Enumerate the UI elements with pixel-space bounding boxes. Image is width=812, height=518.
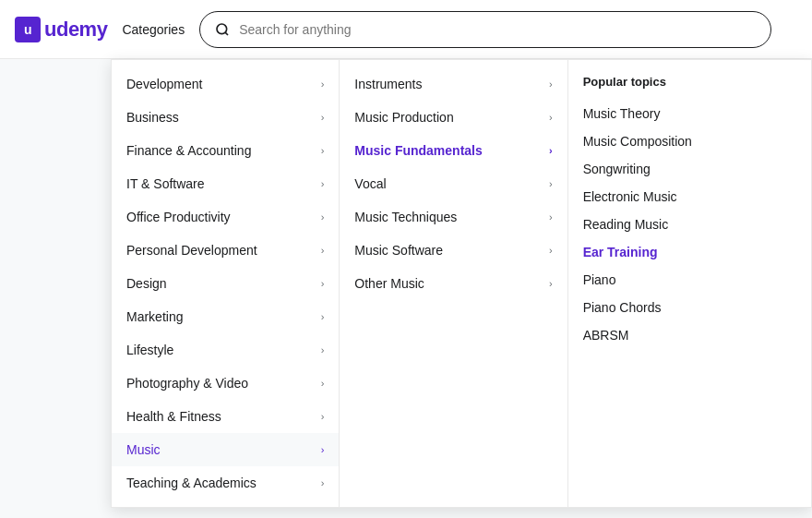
chevron-right-icon: ›	[321, 112, 325, 123]
subcategory-label: Music Production	[354, 110, 453, 125]
logo-icon: u	[15, 17, 41, 42]
category-label: Marketing	[126, 309, 183, 324]
categories-column: Development › Business › Finance & Accou…	[112, 60, 340, 507]
svg-point-0	[217, 24, 227, 34]
subcategory-item-music-production[interactable]: Music Production ›	[340, 101, 567, 134]
category-label: Lifestyle	[126, 343, 173, 357]
search-input[interactable]	[239, 22, 756, 37]
category-item-it-software[interactable]: IT & Software ›	[112, 167, 339, 200]
subcategory-label: Instruments	[354, 77, 422, 91]
category-label: Finance & Accounting	[126, 143, 251, 158]
topic-item-reading-music[interactable]: Reading Music	[583, 211, 796, 238]
topic-item-ear-training[interactable]: Ear Training	[583, 238, 796, 266]
category-label: Photography & Video	[126, 376, 248, 391]
category-label: Business	[126, 110, 179, 125]
chevron-right-icon: ›	[549, 245, 553, 256]
category-item-office[interactable]: Office Productivity ›	[112, 200, 339, 234]
topic-item-piano[interactable]: Piano	[583, 266, 796, 294]
category-label: Personal Development	[126, 243, 257, 258]
dropdown-menu: Development › Business › Finance & Accou…	[111, 59, 812, 508]
subcategory-item-other-music[interactable]: Other Music ›	[340, 267, 567, 300]
chevron-right-icon: ›	[321, 178, 325, 189]
category-label: Teaching & Academics	[126, 476, 257, 490]
category-item-music[interactable]: Music ›	[112, 433, 339, 466]
topic-item-piano-chords[interactable]: Piano Chords	[583, 294, 796, 321]
category-item-business[interactable]: Business ›	[112, 101, 339, 134]
chevron-right-icon: ›	[321, 145, 325, 156]
chevron-right-icon: ›	[321, 344, 325, 355]
category-item-marketing[interactable]: Marketing ›	[112, 300, 339, 333]
category-label: Health & Fitness	[126, 409, 221, 424]
category-item-personal-dev[interactable]: Personal Development ›	[112, 234, 339, 267]
chevron-right-icon: ›	[549, 78, 553, 90]
chevron-right-icon: ›	[321, 211, 325, 223]
header: u udemy Categories	[0, 0, 812, 59]
chevron-right-icon: ›	[549, 178, 553, 189]
topic-item-abrsm[interactable]: ABRSM	[583, 321, 796, 349]
chevron-right-icon: ›	[549, 278, 553, 289]
subcategory-item-instruments[interactable]: Instruments ›	[340, 67, 567, 101]
category-item-design[interactable]: Design ›	[112, 267, 339, 300]
chevron-right-icon: ›	[321, 378, 325, 389]
category-item-finance[interactable]: Finance & Accounting ›	[112, 134, 339, 167]
category-item-development[interactable]: Development ›	[112, 67, 339, 101]
chevron-right-icon: ›	[321, 311, 325, 322]
chevron-right-icon: ›	[321, 245, 325, 256]
category-item-photography[interactable]: Photography & Video ›	[112, 367, 339, 400]
chevron-right-icon: ›	[549, 145, 553, 156]
logo-text: udemy	[44, 18, 107, 42]
popular-topics-title: Popular topics	[583, 75, 796, 89]
svg-line-1	[225, 32, 228, 35]
chevron-right-icon: ›	[321, 444, 325, 455]
category-label: Office Productivity	[126, 210, 231, 224]
topic-item-music-theory[interactable]: Music Theory	[583, 100, 796, 127]
subcategory-item-music-fundamentals[interactable]: Music Fundamentals ›	[340, 134, 567, 167]
categories-button[interactable]: Categories	[122, 22, 185, 37]
topic-item-songwriting[interactable]: Songwriting	[583, 155, 796, 183]
search-icon	[215, 22, 230, 37]
category-item-teaching[interactable]: Teaching & Academics ›	[112, 466, 339, 500]
subcategory-label: Music Software	[354, 243, 443, 258]
category-label: IT & Software	[126, 176, 205, 191]
topic-item-music-composition[interactable]: Music Composition	[583, 127, 796, 155]
category-label: Music	[126, 442, 161, 457]
chevron-right-icon: ›	[549, 211, 553, 223]
subcategory-item-vocal[interactable]: Vocal ›	[340, 167, 567, 200]
logo[interactable]: u udemy	[15, 17, 107, 42]
subcategory-item-music-software[interactable]: Music Software ›	[340, 234, 567, 267]
chevron-right-icon: ›	[321, 278, 325, 289]
subcategory-label: Vocal	[354, 176, 386, 191]
chevron-right-icon: ›	[321, 78, 325, 90]
subcategory-item-music-techniques[interactable]: Music Techniques ›	[340, 200, 567, 234]
category-label: Development	[126, 77, 203, 91]
subcategories-column: Instruments › Music Production › Music F…	[340, 60, 567, 507]
category-item-lifestyle[interactable]: Lifestyle ›	[112, 333, 339, 367]
chevron-right-icon: ›	[321, 477, 325, 488]
topic-item-electronic-music[interactable]: Electronic Music	[583, 183, 796, 211]
chevron-right-icon: ›	[549, 112, 553, 123]
subcategory-label: Music Techniques	[354, 210, 457, 224]
chevron-right-icon: ›	[321, 411, 325, 422]
subcategory-label: Other Music	[354, 276, 424, 291]
category-item-health[interactable]: Health & Fitness ›	[112, 400, 339, 433]
category-label: Design	[126, 276, 167, 291]
search-bar	[199, 11, 771, 48]
subcategory-label: Music Fundamentals	[354, 143, 482, 158]
popular-topics-column: Popular topics Music TheoryMusic Composi…	[568, 60, 811, 507]
